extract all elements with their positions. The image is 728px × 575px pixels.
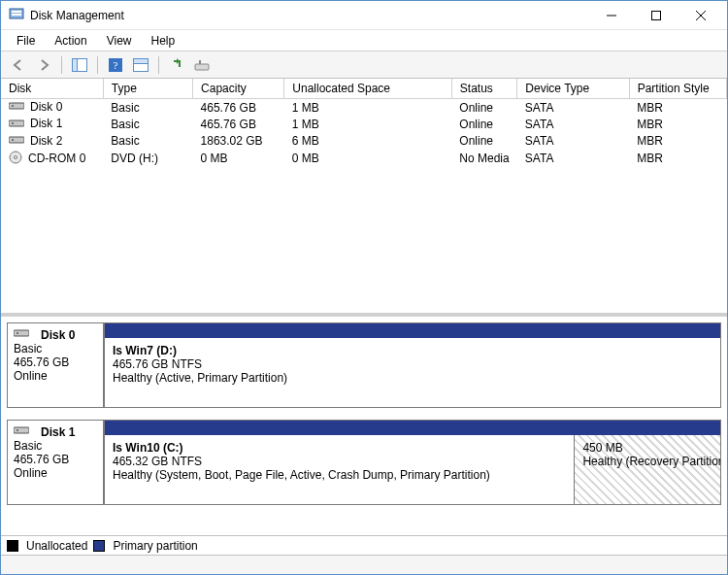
svg-rect-15	[9, 103, 24, 109]
svg-rect-12	[134, 58, 149, 63]
disk-status: No Media	[451, 150, 517, 168]
disk-graphic-header[interactable]: Disk 1Basic465.76 GBOnline	[7, 420, 104, 505]
svg-point-22	[15, 155, 17, 158]
disk-partition-style: MBR	[629, 99, 726, 117]
table-row[interactable]: CD-ROM 0DVD (H:)0 MB0 MBNo MediaSATAMBR	[1, 150, 727, 168]
disk-graphic-row[interactable]: Disk 1Basic465.76 GBOnlineIs Win10 (C:)4…	[7, 420, 721, 505]
disk-device-type: SATA	[517, 150, 629, 168]
disk-graphic-pane[interactable]: Disk 0Basic465.76 GBOnlineIs Win7 (D:)46…	[1, 317, 727, 535]
partition-size: 450 MB	[582, 441, 712, 455]
toolbar-separator	[97, 56, 98, 74]
col-device-type[interactable]: Device Type	[517, 79, 629, 99]
disk-name: Disk 1	[30, 117, 62, 130]
svg-point-20	[12, 139, 14, 141]
legend-primary: Primary partition	[113, 539, 197, 553]
partition-color-bar	[104, 420, 721, 435]
svg-point-16	[12, 105, 14, 107]
show-hide-console-tree-button[interactable]	[68, 54, 91, 76]
disk-capacity: 465.76 GB	[193, 116, 284, 132]
disk-graphic-label: Disk 1	[41, 425, 75, 439]
disk-graphic-row[interactable]: Disk 0Basic465.76 GBOnlineIs Win7 (D:)46…	[7, 322, 721, 408]
disk-unallocated: 0 MB	[284, 150, 451, 168]
menu-help[interactable]: Help	[142, 32, 185, 50]
col-type[interactable]: Type	[103, 79, 192, 99]
svg-rect-8	[73, 58, 78, 71]
cd-icon	[9, 151, 22, 167]
menu-view[interactable]: View	[97, 32, 142, 50]
svg-point-26	[17, 429, 18, 431]
partition-name: Is Win10 (C:)	[113, 441, 566, 455]
view-top-button[interactable]	[129, 54, 152, 76]
app-icon	[9, 6, 24, 24]
hdd-icon	[14, 327, 29, 342]
disk-capacity: 1863.02 GB	[193, 133, 284, 150]
rescan-disks-button[interactable]	[190, 54, 214, 76]
legend-swatch-unallocated	[7, 540, 18, 552]
disk-graphic-status: Online	[14, 466, 97, 480]
col-unallocated[interactable]: Unallocated Space	[284, 79, 451, 99]
disk-graphic-header[interactable]: Disk 0Basic465.76 GBOnline	[7, 322, 104, 408]
partition-health: Healthy (Active, Primary Partition)	[113, 371, 712, 385]
table-row[interactable]: Disk 0Basic465.76 GB1 MBOnlineSATAMBR	[1, 99, 727, 117]
disk-device-type: SATA	[517, 99, 629, 117]
col-status[interactable]: Status	[451, 79, 517, 99]
hdd-icon	[9, 118, 24, 132]
col-partition-style[interactable]: Partition Style	[629, 79, 726, 99]
table-row[interactable]: Disk 2Basic1863.02 GB6 MBOnlineSATAMBR	[1, 133, 727, 150]
legend: Unallocated Primary partition	[1, 535, 727, 555]
disk-name: Disk 2	[30, 134, 62, 148]
disk-graphic-type: Basic	[14, 342, 97, 355]
col-disk[interactable]: Disk	[1, 79, 103, 99]
svg-rect-4	[652, 11, 661, 19]
partition-health: Healthy (Recovery Partition)	[582, 455, 712, 468]
svg-rect-23	[14, 330, 29, 336]
minimize-button[interactable]	[589, 1, 634, 30]
disk-name: Disk 0	[30, 100, 62, 114]
forward-button[interactable]	[32, 54, 55, 76]
partition[interactable]: 450 MBHealthy (Recovery Partition)	[575, 435, 720, 504]
disk-capacity: 465.76 GB	[193, 99, 284, 117]
col-capacity[interactable]: Capacity	[193, 79, 284, 99]
close-button[interactable]	[678, 1, 723, 30]
svg-rect-25	[14, 427, 29, 433]
svg-rect-1	[12, 11, 21, 13]
table-row[interactable]: Disk 1Basic465.76 GB1 MBOnlineSATAMBR	[1, 116, 727, 132]
disk-unallocated: 1 MB	[284, 99, 451, 117]
disk-list-pane[interactable]: Disk Type Capacity Unallocated Space Sta…	[1, 79, 727, 317]
toolbar-separator	[158, 56, 159, 74]
toolbar: ?	[1, 51, 727, 79]
menu-bar: File Action View Help	[1, 30, 727, 51]
disk-graphic-label: Disk 0	[41, 328, 75, 342]
disk-graphic-type: Basic	[14, 439, 97, 453]
partition-size: 465.32 GB NTFS	[113, 455, 566, 468]
help-button[interactable]: ?	[104, 54, 127, 76]
disk-partition-style: MBR	[629, 116, 726, 132]
disk-status: Online	[451, 99, 517, 117]
disk-type: Basic	[103, 116, 192, 132]
partition-size: 465.76 GB NTFS	[113, 357, 712, 371]
disk-list-table[interactable]: Disk Type Capacity Unallocated Space Sta…	[1, 79, 727, 168]
disk-type: Basic	[103, 99, 192, 117]
hdd-icon	[9, 100, 24, 115]
partition[interactable]: Is Win10 (C:)465.32 GB NTFSHealthy (Syst…	[105, 435, 575, 504]
disk-capacity: 0 MB	[193, 150, 284, 168]
partition[interactable]: Is Win7 (D:)465.76 GB NTFSHealthy (Activ…	[105, 338, 720, 407]
svg-rect-2	[12, 14, 21, 16]
menu-file[interactable]: File	[7, 32, 45, 50]
disk-graphic-capacity: 465.76 GB	[14, 453, 97, 466]
partition-health: Healthy (System, Boot, Page File, Active…	[113, 468, 566, 482]
back-button[interactable]	[7, 54, 30, 76]
svg-rect-14	[199, 60, 201, 64]
window-title: Disk Management	[30, 9, 124, 22]
hdd-icon	[9, 134, 24, 149]
window-controls	[589, 1, 723, 30]
title-bar: Disk Management	[1, 1, 727, 30]
disk-graphic-capacity: 465.76 GB	[14, 355, 97, 369]
disk-status: Online	[451, 116, 517, 132]
window-title-area: Disk Management	[5, 6, 589, 24]
svg-point-24	[17, 332, 18, 334]
refresh-button[interactable]	[165, 54, 188, 76]
menu-action[interactable]: Action	[45, 32, 96, 50]
maximize-button[interactable]	[634, 1, 678, 30]
status-bar	[1, 555, 727, 574]
